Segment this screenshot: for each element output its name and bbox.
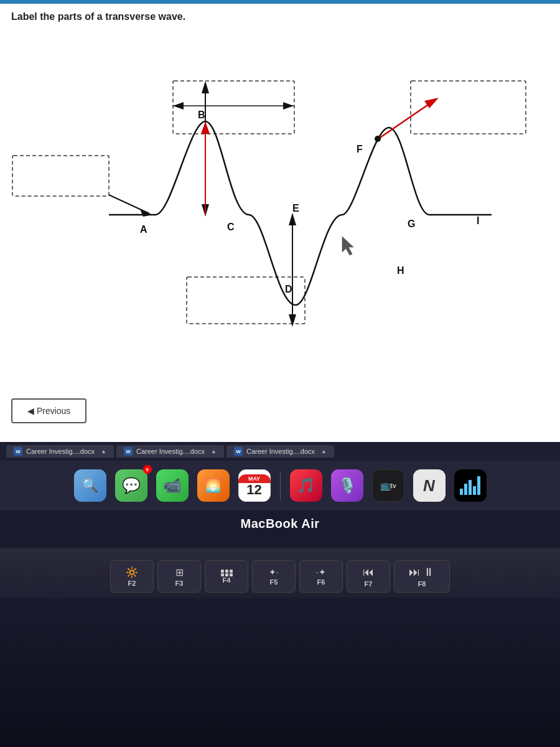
wave-diagram: A B C D E F G H I <box>6 28 554 389</box>
key-f8[interactable]: ⏭ ⏸ F8 <box>394 560 450 593</box>
word-icon-2: W <box>124 447 133 456</box>
f5-icon: ✦· <box>269 567 279 577</box>
playpause-icon: ⏭ ⏸ <box>409 566 434 579</box>
window-tab-label-2: Career Investig....docx <box>136 448 205 455</box>
macbook-label: MacBook Air <box>240 517 319 531</box>
svg-text:G: G <box>408 218 415 229</box>
svg-text:C: C <box>227 222 235 232</box>
svg-rect-2 <box>411 81 526 134</box>
svg-marker-29 <box>342 237 353 255</box>
dock-item-stocks[interactable] <box>452 467 488 504</box>
window-caret-2: ▲ <box>211 448 217 454</box>
svg-text:I: I <box>477 215 479 226</box>
svg-text:A: A <box>140 224 147 235</box>
dock-item-podcasts[interactable]: 🎙️ <box>329 467 365 504</box>
dock-item-finder[interactable]: 🔍 <box>72 467 108 504</box>
question-title: Label the parts of a transverse wave. <box>11 11 185 22</box>
svg-text:E: E <box>292 203 299 214</box>
dock-item-facetime[interactable]: 📹 <box>154 467 190 504</box>
svg-text:H: H <box>397 265 404 276</box>
windows-bar: W Career Investig....docx ▲ W Career Inv… <box>0 442 560 461</box>
dock-item-calendar[interactable]: MAY 12 <box>236 467 273 504</box>
svg-text:B: B <box>198 110 205 120</box>
keyboard-row: 🔆 F2 ⊞ F3 F4 <box>110 560 450 593</box>
key-f2[interactable]: 🔆 F2 <box>110 560 154 593</box>
word-icon-3: W <box>234 447 243 456</box>
svg-marker-12 <box>283 102 294 110</box>
window-tab-label-3: Career Investig....docx <box>246 448 315 455</box>
svg-point-15 <box>375 136 381 142</box>
window-tab-label-1: Career Investig....docx <box>26 448 95 455</box>
f6-icon: ·✦ <box>316 567 326 577</box>
dock-item-photos[interactable]: 🌅 <box>195 467 231 504</box>
key-f7[interactable]: ⏮ F7 <box>347 560 390 593</box>
main-content: Label the parts of a transverse wave. <box>0 0 560 442</box>
dock-item-news[interactable]: N <box>411 467 447 504</box>
key-f4[interactable]: F4 <box>205 560 248 593</box>
messages-badge: 9 <box>143 465 152 474</box>
brightness-icon: 🔆 <box>126 566 138 578</box>
dock-divider <box>280 471 281 500</box>
window-caret-3: ▲ <box>321 448 327 454</box>
word-icon-1: W <box>14 447 22 456</box>
top-bar <box>0 0 560 4</box>
key-f3[interactable]: ⊞ F3 <box>157 560 201 593</box>
bottom-bar <box>0 598 560 747</box>
key-f6[interactable]: ·✦ F6 <box>299 560 343 593</box>
window-caret-1: ▲ <box>101 448 106 454</box>
svg-marker-5 <box>202 81 209 93</box>
dock: 🔍 💬 9 📹 🌅 MAY 12 🎵 🎙️ 📺tv N <box>0 461 560 510</box>
dock-item-messages[interactable]: 💬 9 <box>113 467 149 504</box>
svg-marker-11 <box>173 102 184 110</box>
key-f5[interactable]: ✦· F5 <box>252 560 296 593</box>
dock-item-music[interactable]: 🎵 <box>288 467 324 504</box>
svg-marker-9 <box>289 213 296 225</box>
svg-rect-0 <box>12 156 109 196</box>
rewind-icon: ⏮ <box>363 566 374 579</box>
svg-text:F: F <box>357 144 363 154</box>
svg-rect-1 <box>173 81 294 134</box>
svg-marker-8 <box>289 314 296 327</box>
window-tab-1[interactable]: W Career Investig....docx ▲ <box>6 445 114 458</box>
previous-button[interactable]: ◀ Previous <box>11 398 86 423</box>
window-tab-2[interactable]: W Career Investig....docx ▲ <box>116 445 224 458</box>
dock-item-appletv[interactable]: 📺tv <box>370 467 406 504</box>
window-tab-3[interactable]: W Career Investig....docx ▲ <box>226 445 334 458</box>
svg-text:D: D <box>285 284 292 294</box>
